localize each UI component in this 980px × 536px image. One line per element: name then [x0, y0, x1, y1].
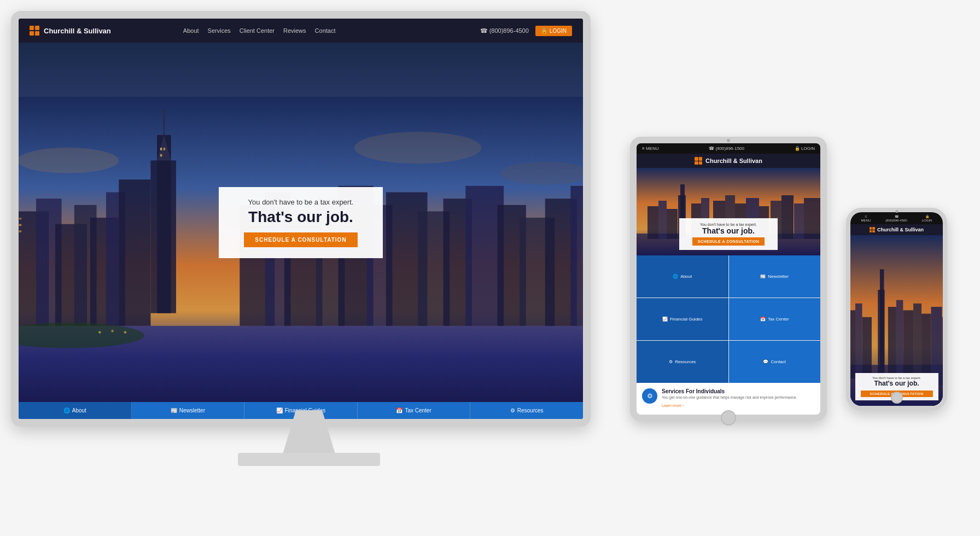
- desktop-phone: ☎ (800)896-4500: [480, 27, 529, 34]
- tablet-home-button[interactable]: [721, 410, 736, 426]
- tablet-logo: Churchill & Sullivan: [642, 157, 815, 165]
- services-icon: ⚙: [642, 388, 657, 404]
- phone-call-icon: ☎: [895, 214, 899, 218]
- svg-rect-61: [804, 198, 820, 239]
- tablet-brand: Churchill & Sullivan: [705, 158, 762, 164]
- desktop-brand: Churchill & Sullivan: [44, 27, 111, 35]
- monitor-body: Churchill & Sullivan About Services Clie…: [11, 11, 591, 427]
- svg-rect-67: [855, 304, 862, 378]
- monitor-base: [238, 453, 380, 466]
- tablet-grid-contact[interactable]: 💬 Contact: [729, 341, 821, 383]
- tablet-hero-title: That's our job.: [687, 226, 770, 235]
- tablet-phone: ☎ (800)896-1500: [709, 146, 744, 151]
- calendar-icon: 📅: [396, 407, 402, 413]
- svg-rect-5: [164, 109, 165, 135]
- desktop-logo: Churchill & Sullivan: [30, 26, 111, 36]
- svg-point-38: [98, 331, 101, 334]
- tablet-services-link[interactable]: Learn more ›: [662, 404, 684, 407]
- tablet-grid-newsletter[interactable]: 📰 Newsletter: [729, 255, 821, 298]
- desktop-nav: Churchill & Sullivan About Services Clie…: [19, 19, 583, 43]
- svg-rect-31: [19, 224, 22, 225]
- nav-contact[interactable]: Contact: [315, 27, 336, 34]
- footer-about-label: About: [72, 407, 86, 413]
- footer-resources-label: Resources: [517, 407, 544, 413]
- logo-icon: [30, 26, 39, 36]
- nav-client-center[interactable]: Client Center: [240, 27, 275, 34]
- desktop-hero-box: You don't have to be a tax expert. That'…: [219, 187, 383, 258]
- footer-tax-label: Tax Center: [405, 407, 431, 413]
- svg-rect-29: [19, 218, 22, 219]
- phone-logo-icon: [870, 227, 875, 232]
- tablet-hero: You don't have to be a tax expert. That'…: [637, 168, 820, 255]
- footer-nav-newsletter[interactable]: 📰 Newsletter: [132, 402, 245, 419]
- phone-brand: Churchill & Sullivan: [877, 227, 924, 232]
- tablet-screen: ≡ MENU ☎ (800)896-1500 🔒 LOGIN Churchill…: [637, 143, 820, 415]
- svg-rect-26: [570, 185, 583, 325]
- tablet-grid: 🌐 About 📰 Newsletter 📈 Financial Guides …: [637, 255, 820, 383]
- svg-rect-65: [878, 290, 884, 378]
- desktop-nav-links: About Services Client Center Reviews Con…: [183, 27, 336, 34]
- tablet-body: ≡ MENU ☎ (800)896-1500 🔒 LOGIN Churchill…: [630, 137, 827, 421]
- svg-rect-50: [667, 209, 678, 239]
- tablet-menu[interactable]: ≡ MENU: [642, 146, 658, 151]
- phone-login-label: LOGIN: [922, 219, 932, 222]
- svg-point-40: [124, 331, 127, 334]
- footer-nav-about[interactable]: 🌐 About: [19, 402, 132, 419]
- desktop-nav-right: ☎ (800)896-4500 🔒 LOGIN: [480, 26, 572, 36]
- svg-rect-66: [850, 310, 855, 378]
- phone-icon: ☎: [480, 27, 488, 34]
- calendar-icon-tablet: 📅: [760, 317, 766, 322]
- desktop-login-button[interactable]: 🔒 LOGIN: [535, 26, 572, 36]
- tablet-cta-button[interactable]: SCHEDULE A CONSULTATION: [692, 237, 765, 246]
- phone-phone-item[interactable]: ☎ (800)896-4500: [885, 214, 907, 222]
- globe-icon-tablet: 🌐: [673, 274, 678, 279]
- phone-body: ≡ MENU ☎ (800)896-4500 🔒 LOGIN: [846, 208, 947, 410]
- svg-rect-33: [19, 230, 22, 232]
- svg-rect-60: [794, 203, 804, 239]
- phone-home-button[interactable]: [891, 392, 903, 404]
- svg-rect-48: [648, 206, 658, 239]
- svg-rect-36: [160, 154, 162, 156]
- phone-nav: Churchill & Sullivan: [850, 224, 943, 235]
- tablet-top-bar: ≡ MENU ☎ (800)896-1500 🔒 LOGIN: [637, 143, 820, 154]
- newsletter-icon: 📰: [171, 407, 177, 413]
- svg-point-41: [19, 148, 119, 173]
- svg-rect-3: [150, 160, 176, 313]
- desktop-cta-button[interactable]: SCHEDULE A CONSULTATION: [244, 232, 357, 247]
- nav-services[interactable]: Services: [208, 27, 231, 34]
- tablet-grid-tax[interactable]: 📅 Tax Center: [729, 298, 821, 340]
- tablet-hero-box: You don't have to be a tax expert. That'…: [679, 218, 778, 250]
- tablet-login[interactable]: 🔒 LOGIN: [795, 146, 815, 151]
- lock-icon: 🔒: [541, 28, 547, 34]
- phone-lock-icon: 🔒: [925, 214, 929, 218]
- gear-icon: ⚙: [510, 407, 515, 413]
- monitor: Churchill & Sullivan About Services Clie…: [11, 11, 607, 487]
- phone-hero-title: That's our job.: [860, 380, 932, 387]
- svg-point-42: [354, 132, 482, 164]
- footer-nav-resources[interactable]: ⚙ Resources: [470, 402, 583, 419]
- svg-rect-59: [781, 195, 794, 239]
- footer-newsletter-label: Newsletter: [179, 407, 205, 413]
- scene: Churchill & Sullivan About Services Clie…: [0, 0, 980, 536]
- phone-camera: [895, 210, 898, 213]
- phone-menu-item[interactable]: ≡ MENU: [861, 215, 871, 222]
- tablet-grid-resources[interactable]: ⚙ Resources: [637, 341, 728, 383]
- tablet-hero-subtitle: You don't have to be a tax expert.: [687, 223, 770, 226]
- gear-icon-tablet: ⚙: [669, 359, 673, 364]
- footer-nav-tax-center[interactable]: 📅 Tax Center: [358, 402, 471, 419]
- nav-reviews[interactable]: Reviews: [283, 27, 306, 34]
- phone-menu-icon: ≡: [865, 215, 867, 218]
- tablet-camera: [727, 139, 730, 142]
- tablet-grid-financial[interactable]: 📈 Financial Guides: [637, 298, 728, 340]
- nav-about[interactable]: About: [183, 27, 199, 34]
- phone-hero: You don't have to be a tax expert. That'…: [850, 235, 943, 406]
- tablet-services-title: Services For Individuals: [662, 388, 797, 394]
- phone-login-item[interactable]: 🔒 LOGIN: [922, 214, 932, 222]
- hero-subtitle: You don't have to be a tax expert.: [235, 198, 366, 206]
- svg-rect-34: [160, 148, 162, 150]
- tablet-nav: Churchill & Sullivan: [637, 154, 820, 168]
- globe-icon: 🌐: [63, 407, 70, 413]
- tablet-grid-about[interactable]: 🌐 About: [637, 255, 728, 298]
- phone: ≡ MENU ☎ (800)896-4500 🔒 LOGIN: [846, 208, 947, 410]
- svg-rect-75: [942, 317, 943, 386]
